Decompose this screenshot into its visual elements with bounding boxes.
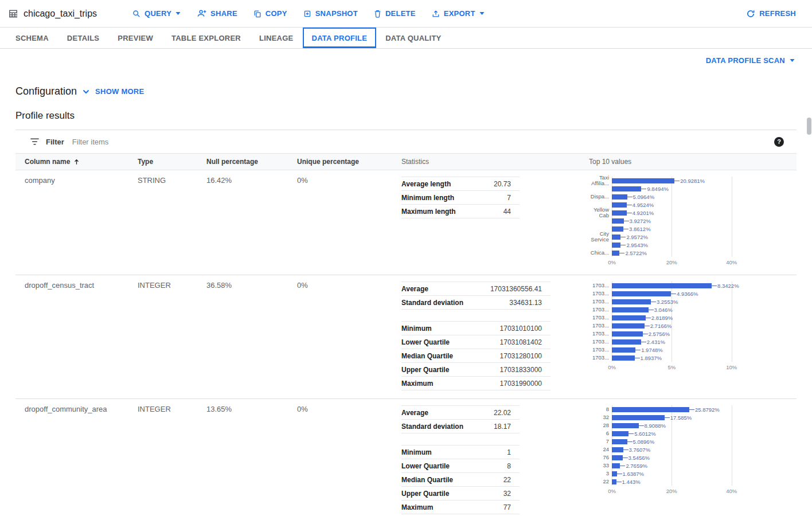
annotation-stem: [651, 302, 656, 302]
tab-table-explorer[interactable]: TABLE EXPLORER: [162, 28, 250, 48]
chart-value-label: 2.7659%: [626, 463, 647, 469]
annotation-stem: [627, 441, 633, 442]
annotation-stem: [617, 474, 622, 474]
annotation-stem: [623, 458, 628, 458]
annotation-stem: [627, 213, 632, 213]
chart-bar: [612, 347, 635, 353]
annotation-stem: [616, 482, 622, 482]
annotation-stem: [635, 358, 640, 358]
configuration-title: Configuration: [15, 85, 77, 97]
top-values-chart: 1703...1703...1703...1703...1703...1703.…: [589, 282, 797, 372]
chart-value-label: 20.9281%: [680, 178, 705, 184]
x-axis-tick: 20%: [666, 488, 677, 494]
snapshot-button[interactable]: SNAPSHOT: [296, 5, 365, 22]
caret-down-icon: [479, 12, 485, 15]
annotation-stem: [665, 417, 670, 418]
copy-button[interactable]: COPY: [247, 5, 294, 22]
column-name-cell: company: [25, 176, 138, 185]
chart-bar: [612, 243, 620, 248]
chart-value-label: 8.3422%: [717, 283, 739, 289]
annotation-stem: [620, 245, 626, 245]
annotation-stem: [639, 425, 644, 426]
chart-category-label: 1703...: [589, 298, 612, 306]
annotation-stem: [645, 326, 650, 326]
annotation-stem: [624, 221, 629, 221]
chart-value-label: 2.5722%: [625, 250, 647, 256]
chart-category-label: 8: [589, 405, 612, 413]
annotation-stem: [671, 294, 676, 294]
stat-row: Median Quartile17031280100: [401, 349, 551, 363]
tab-lineage[interactable]: LINEAGE: [250, 28, 303, 48]
null-percentage-cell: 16.42%: [206, 176, 297, 185]
vertical-scrollbar-thumb[interactable]: [807, 118, 811, 135]
chart-bar: [612, 431, 628, 436]
delete-button[interactable]: DELETE: [367, 5, 423, 22]
stat-row: Standard deviation334631.13: [401, 296, 551, 310]
chart-bar: [612, 439, 627, 444]
show-more-button[interactable]: SHOW MORE: [95, 87, 144, 96]
chart-category-label: 24: [589, 445, 612, 454]
chart-value-label: 4.9366%: [677, 291, 698, 297]
toolbar-actions: QUERYSHARECOPYSNAPSHOTDELETEEXPORT: [126, 5, 491, 22]
chevron-down-icon[interactable]: [83, 89, 89, 94]
annotation-stem: [649, 310, 654, 310]
tab-details[interactable]: DETAILS: [58, 28, 108, 48]
chart-value-label: 8.9088%: [645, 423, 666, 429]
type-cell: INTEGER: [138, 405, 206, 413]
statistics-cell: Average17031360556.41Standard deviation3…: [401, 281, 589, 390]
help-icon[interactable]: [774, 137, 784, 147]
type-cell: STRING: [138, 176, 206, 185]
filter-label: Filter: [46, 138, 64, 146]
chart-value-label: 5.0896%: [633, 439, 655, 445]
chart-value-label: 2.9543%: [626, 242, 648, 248]
refresh-button[interactable]: REFRESH: [739, 5, 803, 23]
annotation-stem: [620, 237, 626, 237]
tab-data-profile[interactable]: DATA PROFILE: [303, 28, 377, 48]
chart-value-label: 3.7607%: [629, 447, 651, 453]
chart-value-label: 3.8612%: [629, 226, 651, 232]
stat-row: Lower Quartile17031081402: [401, 335, 551, 349]
chart-bar: [612, 315, 646, 320]
column-header-column-name[interactable]: Column name: [25, 158, 138, 166]
null-percentage-cell: 36.58%: [206, 281, 297, 290]
chart-category-label: 1703...: [589, 330, 612, 338]
filter-bar: Filter: [15, 130, 797, 153]
null-percentage-cell: 13.65%: [206, 405, 297, 413]
top-values-cell: 1703...1703...1703...1703...1703...1703.…: [589, 281, 797, 372]
chart-value-label: 17.585%: [670, 415, 692, 421]
chart-bar: [612, 178, 674, 183]
chart-category-label: [589, 185, 612, 193]
x-axis-tick: 20%: [666, 259, 677, 265]
annotation-stem: [635, 350, 641, 350]
export-button[interactable]: EXPORT: [425, 5, 491, 22]
chart-bar: [612, 291, 671, 296]
unique-percentage-cell: 0%: [297, 176, 401, 185]
table-row-company: companySTRING16.42%0%Average length20.73…: [15, 170, 797, 275]
chart-bar: [612, 471, 617, 476]
tab-preview[interactable]: PREVIEW: [108, 28, 162, 48]
share-button[interactable]: SHARE: [190, 5, 244, 22]
person-add-icon: [197, 9, 206, 18]
chart-bar: [612, 283, 712, 288]
tab-bar: SCHEMADETAILSPREVIEWTABLE EXPLORERLINEAG…: [0, 28, 812, 49]
chart-value-label: 3.2553%: [657, 299, 678, 305]
chart-bar: [612, 299, 651, 304]
stat-row: Maximum77: [401, 501, 520, 514]
chart-category-label: 32: [589, 413, 612, 421]
filter-icon: [30, 138, 40, 146]
query-button[interactable]: QUERY: [126, 5, 188, 22]
annotation-stem: [643, 334, 648, 334]
filter-input[interactable]: [72, 138, 765, 146]
chart-category-label: 1703...: [589, 338, 612, 346]
chart-value-label: 4.9201%: [633, 210, 654, 216]
column-name-cell: dropoff_census_tract: [25, 281, 138, 290]
data-profile-scan-button[interactable]: DATA PROFILE SCAN: [706, 56, 795, 65]
column-header-unique-percentage: Unique percentage: [297, 158, 401, 166]
type-cell: INTEGER: [138, 281, 206, 290]
chart-value-label: 1.9748%: [641, 347, 663, 353]
column-header-type: Type: [138, 158, 206, 166]
tab-schema[interactable]: SCHEMA: [6, 28, 58, 48]
table-header: Column nameTypeNull percentageUnique per…: [15, 153, 797, 170]
tab-data-quality[interactable]: DATA QUALITY: [376, 28, 450, 48]
chart-bar: [612, 234, 620, 240]
